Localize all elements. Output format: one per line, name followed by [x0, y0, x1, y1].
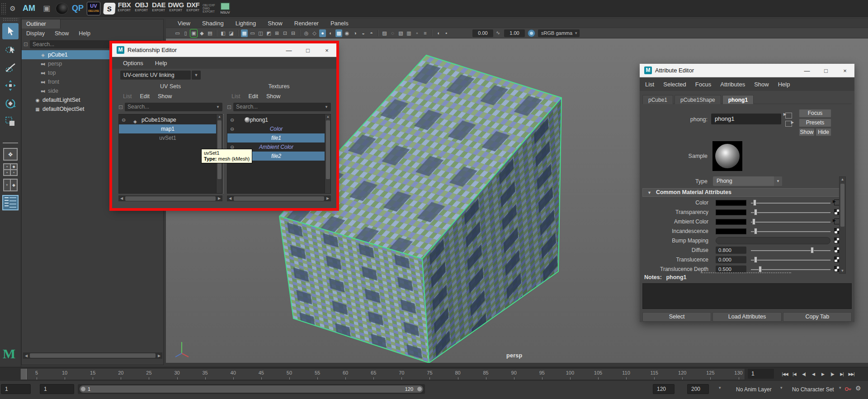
- grease-pencil-icon[interactable]: ◪: [228, 29, 235, 37]
- scale-tool[interactable]: [2, 114, 19, 130]
- swirl-shelf-icon[interactable]: [54, 0, 70, 17]
- exposure-icon[interactable]: ◖: [435, 29, 442, 37]
- color-swatch[interactable]: [716, 219, 746, 225]
- qp-shelf-icon[interactable]: QP: [70, 0, 85, 17]
- load-attributes-button[interactable]: Load Attributes: [712, 312, 781, 322]
- use-all-lights-icon[interactable]: ◉: [344, 29, 350, 37]
- step-forward-key-button[interactable]: ▶|: [837, 369, 846, 379]
- two-pane-layout-button[interactable]: +◆: [3, 179, 18, 191]
- hud-icon[interactable]: ≡: [422, 29, 429, 37]
- presets-button[interactable]: Presets: [799, 119, 831, 127]
- uv-set-item-map1[interactable]: map1: [119, 124, 217, 133]
- re-menu-help[interactable]: Help: [155, 60, 167, 66]
- time-slider-ruler[interactable]: 5101520253035404550556065707580859095100…: [20, 368, 745, 380]
- ae-menu-selected[interactable]: Selected: [663, 81, 686, 88]
- chevron-down-icon[interactable]: ▼: [192, 71, 201, 80]
- re-right-menu-edit[interactable]: Edit: [248, 93, 258, 100]
- maximize-button[interactable]: □: [816, 64, 835, 77]
- animation-preferences-gear-icon[interactable]: ⚙: [855, 385, 861, 392]
- close-button[interactable]: ×: [835, 64, 854, 77]
- slider-track[interactable]: [751, 260, 830, 261]
- paint-select-tool[interactable]: [2, 59, 19, 76]
- uv-sets-search-input[interactable]: Search... ▼: [125, 103, 222, 111]
- show-button[interactable]: Show: [799, 128, 815, 136]
- outliner-menu-display[interactable]: Display: [26, 30, 45, 37]
- outliner-panel-tab[interactable]: Outliner: [22, 19, 61, 28]
- go-to-start-button[interactable]: |◀◀: [780, 369, 789, 379]
- viewport-menu-lighting[interactable]: Lighting: [236, 20, 256, 27]
- resize-divider[interactable]: [701, 272, 791, 273]
- color-swatch[interactable]: [716, 200, 746, 206]
- isolate-select-icon[interactable]: ◎: [303, 29, 310, 37]
- playback-start-field[interactable]: 1: [40, 384, 74, 394]
- range-slider-bar[interactable]: 1 120: [80, 385, 423, 393]
- scrollbar-thumb[interactable]: [840, 184, 844, 227]
- outliner-menu-help[interactable]: Help: [79, 30, 90, 37]
- scrollbar-thumb[interactable]: [30, 353, 156, 358]
- scroll-right-icon[interactable]: ▶: [156, 354, 162, 358]
- gamma-toggle-icon[interactable]: [528, 29, 535, 37]
- node-name-field[interactable]: phong1: [711, 114, 781, 124]
- slider-handle[interactable]: [754, 228, 757, 234]
- search-filter-icon[interactable]: ⊡: [227, 104, 231, 110]
- two-d-pan-zoom-icon[interactable]: ◧: [220, 29, 226, 37]
- texture-item-file1[interactable]: file1: [227, 133, 325, 142]
- notes-textarea[interactable]: [642, 283, 852, 309]
- ae-menu-help[interactable]: Help: [778, 81, 790, 88]
- scroll-up-icon[interactable]: ▲: [840, 177, 845, 181]
- viewport-menu-show[interactable]: Show: [268, 20, 283, 27]
- value-field[interactable]: 0.800: [716, 247, 746, 254]
- character-set-selector[interactable]: No Character Set: [792, 386, 834, 393]
- dae-export-shelf-icon[interactable]: DAEEXPORT: [150, 1, 168, 12]
- viewport-menu-shading[interactable]: Shading: [202, 20, 224, 27]
- maximize-button[interactable]: □: [298, 43, 317, 57]
- dwg-export-shelf-icon[interactable]: DWGEXPORT: [167, 1, 185, 12]
- ae-menu-show[interactable]: Show: [754, 81, 769, 88]
- anim-layer-selector[interactable]: No Anim Layer: [736, 386, 772, 393]
- playback-end-field[interactable]: 120: [653, 384, 675, 394]
- screen-space-ao-icon[interactable]: ◒: [360, 29, 367, 37]
- scrollbar-thumb[interactable]: [234, 196, 324, 201]
- copy-tab-button[interactable]: Copy Tab: [783, 312, 852, 322]
- lasso-select-tool[interactable]: [2, 41, 19, 57]
- viewport-menu-view[interactable]: View: [178, 20, 190, 27]
- scroll-right-icon[interactable]: ▶: [325, 196, 331, 200]
- textures-scrollbar[interactable]: ▲: [325, 114, 330, 193]
- value-field[interactable]: 0.500: [716, 266, 746, 273]
- gate-mask-icon[interactable]: ◩: [265, 29, 272, 37]
- shelf-grip[interactable]: [1, 3, 6, 14]
- scroll-left-icon[interactable]: ◀: [227, 196, 233, 200]
- am-shelf-icon[interactable]: AM: [19, 0, 39, 17]
- chevron-down-icon[interactable]: ▼: [325, 103, 328, 111]
- ae-menu-attributes[interactable]: Attributes: [720, 81, 745, 88]
- attribute-editor-scrollbar[interactable]: ▲ ▼: [839, 176, 846, 274]
- close-button[interactable]: ×: [317, 43, 336, 57]
- substance-node-shelf-icon[interactable]: S: [102, 0, 117, 17]
- tab-pcube1shape[interactable]: pCube1Shape: [675, 95, 721, 104]
- re-menu-options[interactable]: Options: [123, 60, 143, 66]
- uv-set-item-pCube1Shape[interactable]: ⊖◈pCube1Shape: [119, 115, 217, 124]
- expand-collapse-icon[interactable]: ⊖: [230, 115, 234, 124]
- poly-cube-shelf-icon[interactable]: ▣: [40, 0, 53, 17]
- scroll-left-icon[interactable]: ◀: [23, 354, 29, 358]
- range-slider-track[interactable]: 1 120: [78, 384, 425, 394]
- image-plane-icon[interactable]: ▤: [207, 29, 213, 37]
- play-backwards-button[interactable]: ◀: [809, 369, 818, 379]
- resolution-gate-icon[interactable]: ◫: [257, 29, 264, 37]
- bookmark-icon[interactable]: ◆: [198, 29, 205, 37]
- animation-end-field[interactable]: 200: [687, 384, 709, 394]
- nsuv-shelf-icon[interactable]: NSUV: [217, 0, 233, 17]
- viewport-menu-panels[interactable]: Panels: [330, 20, 349, 27]
- snap-icon[interactable]: ▪: [443, 29, 450, 37]
- depth-of-field-icon[interactable]: ◌: [389, 29, 396, 37]
- outliner-horizontal-scrollbar[interactable]: ◀ ▶: [23, 352, 162, 359]
- shaded-icon[interactable]: ●: [319, 29, 326, 37]
- slider-handle[interactable]: [759, 266, 762, 272]
- range-end-handle[interactable]: [417, 387, 422, 391]
- expand-collapse-icon[interactable]: ⊖: [230, 124, 234, 133]
- gamma-field[interactable]: 1.00: [504, 29, 525, 37]
- multi-export-shelf-icon[interactable]: OBJ DXF DWG EXPORT: [201, 0, 217, 17]
- value-field[interactable]: 0.000: [716, 256, 746, 263]
- range-start-handle[interactable]: [81, 387, 85, 391]
- step-forward-frame-button[interactable]: |▶: [828, 369, 837, 379]
